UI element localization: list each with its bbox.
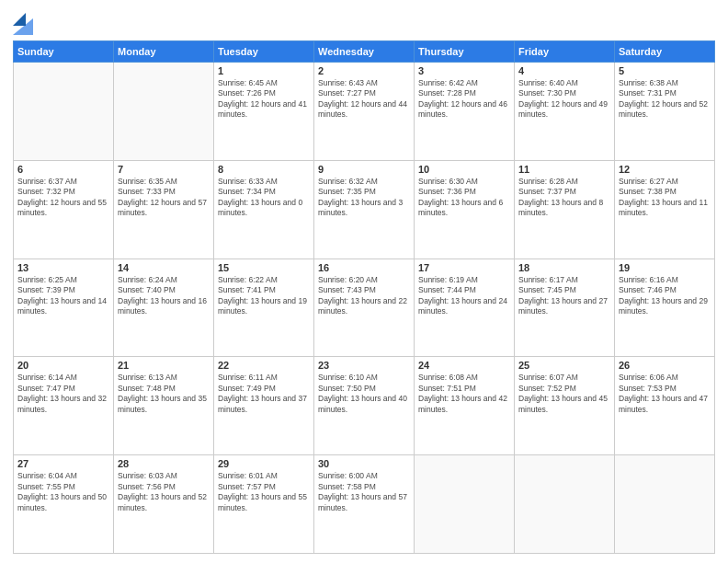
day-info: Sunrise: 6:33 AMSunset: 7:34 PMDaylight:… — [218, 177, 310, 219]
day-info: Sunrise: 6:08 AMSunset: 7:51 PMDaylight:… — [418, 373, 510, 415]
calendar-cell: 8Sunrise: 6:33 AMSunset: 7:34 PMDaylight… — [214, 160, 314, 259]
day-number: 14 — [118, 262, 210, 273]
calendar-cell: 6Sunrise: 6:37 AMSunset: 7:32 PMDaylight… — [14, 160, 114, 259]
calendar-cell: 17Sunrise: 6:19 AMSunset: 7:44 PMDayligh… — [415, 259, 515, 357]
day-info: Sunrise: 6:35 AMSunset: 7:33 PMDaylight:… — [118, 177, 210, 219]
day-number: 26 — [619, 360, 711, 371]
calendar-cell: 15Sunrise: 6:22 AMSunset: 7:41 PMDayligh… — [214, 259, 314, 357]
day-number: 11 — [518, 164, 610, 175]
day-number: 8 — [218, 164, 310, 175]
day-number: 22 — [218, 360, 310, 371]
day-number: 9 — [318, 164, 410, 175]
day-info: Sunrise: 6:40 AMSunset: 7:30 PMDaylight:… — [518, 78, 610, 121]
day-info: Sunrise: 6:38 AMSunset: 7:31 PMDaylight:… — [619, 78, 711, 121]
calendar-cell: 26Sunrise: 6:06 AMSunset: 7:53 PMDayligh… — [615, 357, 715, 455]
calendar-cell: 13Sunrise: 6:25 AMSunset: 7:39 PMDayligh… — [14, 259, 114, 357]
day-info: Sunrise: 6:16 AMSunset: 7:46 PMDaylight:… — [619, 275, 711, 317]
calendar-cell: 21Sunrise: 6:13 AMSunset: 7:48 PMDayligh… — [114, 357, 214, 455]
calendar-cell: 20Sunrise: 6:14 AMSunset: 7:47 PMDayligh… — [14, 357, 114, 455]
day-info: Sunrise: 6:45 AMSunset: 7:26 PMDaylight:… — [218, 78, 310, 121]
calendar-cell: 27Sunrise: 6:04 AMSunset: 7:55 PMDayligh… — [14, 455, 114, 554]
day-number: 13 — [17, 262, 109, 273]
day-info: Sunrise: 6:17 AMSunset: 7:45 PMDaylight:… — [518, 275, 610, 317]
svg-marker-1 — [13, 13, 26, 26]
calendar-week-3: 20Sunrise: 6:14 AMSunset: 7:47 PMDayligh… — [14, 357, 715, 455]
day-info: Sunrise: 6:42 AMSunset: 7:28 PMDaylight:… — [418, 78, 510, 121]
day-number: 16 — [318, 262, 410, 273]
calendar-cell: 19Sunrise: 6:16 AMSunset: 7:46 PMDayligh… — [615, 259, 715, 357]
calendar-cell: 4Sunrise: 6:40 AMSunset: 7:30 PMDaylight… — [515, 63, 615, 161]
calendar-cell: 11Sunrise: 6:28 AMSunset: 7:37 PMDayligh… — [515, 160, 615, 259]
calendar-cell — [615, 455, 715, 554]
day-number: 4 — [518, 65, 610, 76]
weekday-header-tuesday: Tuesday — [214, 41, 314, 63]
day-info: Sunrise: 6:25 AMSunset: 7:39 PMDaylight:… — [17, 275, 109, 317]
day-number: 28 — [118, 458, 210, 469]
calendar-cell: 25Sunrise: 6:07 AMSunset: 7:52 PMDayligh… — [515, 357, 615, 455]
day-info: Sunrise: 6:01 AMSunset: 7:57 PMDaylight:… — [218, 471, 310, 513]
day-number: 6 — [17, 164, 109, 175]
day-info: Sunrise: 6:14 AMSunset: 7:47 PMDaylight:… — [17, 373, 109, 415]
calendar-cell: 1Sunrise: 6:45 AMSunset: 7:26 PMDaylight… — [214, 63, 314, 161]
calendar-week-0: 1Sunrise: 6:45 AMSunset: 7:26 PMDaylight… — [14, 63, 715, 161]
day-number: 3 — [418, 65, 510, 76]
calendar-cell: 16Sunrise: 6:20 AMSunset: 7:43 PMDayligh… — [314, 259, 415, 357]
calendar-cell: 24Sunrise: 6:08 AMSunset: 7:51 PMDayligh… — [415, 357, 515, 455]
day-number: 21 — [118, 360, 210, 371]
header — [13, 9, 715, 35]
day-number: 12 — [619, 164, 711, 175]
day-info: Sunrise: 6:06 AMSunset: 7:53 PMDaylight:… — [619, 373, 711, 415]
calendar-cell: 22Sunrise: 6:11 AMSunset: 7:49 PMDayligh… — [214, 357, 314, 455]
day-info: Sunrise: 6:37 AMSunset: 7:32 PMDaylight:… — [17, 177, 109, 219]
day-number: 2 — [318, 65, 410, 76]
day-number: 24 — [418, 360, 510, 371]
calendar-cell: 23Sunrise: 6:10 AMSunset: 7:50 PMDayligh… — [314, 357, 415, 455]
calendar-cell: 18Sunrise: 6:17 AMSunset: 7:45 PMDayligh… — [515, 259, 615, 357]
day-number: 1 — [218, 65, 310, 76]
day-number: 25 — [518, 360, 610, 371]
calendar-cell: 7Sunrise: 6:35 AMSunset: 7:33 PMDaylight… — [114, 160, 214, 259]
day-info: Sunrise: 6:24 AMSunset: 7:40 PMDaylight:… — [118, 275, 210, 317]
calendar-cell — [415, 455, 515, 554]
calendar-cell — [114, 63, 214, 161]
weekday-header-sunday: Sunday — [14, 41, 114, 63]
calendar-cell: 2Sunrise: 6:43 AMSunset: 7:27 PMDaylight… — [314, 63, 415, 161]
day-info: Sunrise: 6:03 AMSunset: 7:56 PMDaylight:… — [118, 471, 210, 513]
day-info: Sunrise: 6:00 AMSunset: 7:58 PMDaylight:… — [318, 471, 410, 513]
calendar-cell: 9Sunrise: 6:32 AMSunset: 7:35 PMDaylight… — [314, 160, 415, 259]
day-info: Sunrise: 6:28 AMSunset: 7:37 PMDaylight:… — [518, 177, 610, 219]
day-number: 7 — [118, 164, 210, 175]
day-number: 17 — [418, 262, 510, 273]
weekday-header-friday: Friday — [515, 41, 615, 63]
calendar-cell: 30Sunrise: 6:00 AMSunset: 7:58 PMDayligh… — [314, 455, 415, 554]
day-info: Sunrise: 6:32 AMSunset: 7:35 PMDaylight:… — [318, 177, 410, 219]
logo-icon — [13, 9, 33, 35]
day-info: Sunrise: 6:10 AMSunset: 7:50 PMDaylight:… — [318, 373, 410, 415]
day-number: 30 — [318, 458, 410, 469]
calendar-week-4: 27Sunrise: 6:04 AMSunset: 7:55 PMDayligh… — [14, 455, 715, 554]
day-number: 19 — [619, 262, 711, 273]
calendar-cell — [515, 455, 615, 554]
day-number: 5 — [619, 65, 711, 76]
day-number: 20 — [17, 360, 109, 371]
weekday-header-saturday: Saturday — [615, 41, 715, 63]
day-info: Sunrise: 6:07 AMSunset: 7:52 PMDaylight:… — [518, 373, 610, 415]
calendar-cell: 28Sunrise: 6:03 AMSunset: 7:56 PMDayligh… — [114, 455, 214, 554]
day-info: Sunrise: 6:27 AMSunset: 7:38 PMDaylight:… — [619, 177, 711, 219]
calendar-cell: 10Sunrise: 6:30 AMSunset: 7:36 PMDayligh… — [415, 160, 515, 259]
day-number: 29 — [218, 458, 310, 469]
weekday-header-thursday: Thursday — [415, 41, 515, 63]
day-info: Sunrise: 6:04 AMSunset: 7:55 PMDaylight:… — [17, 471, 109, 513]
page: SundayMondayTuesdayWednesdayThursdayFrid… — [0, 0, 728, 563]
calendar-week-2: 13Sunrise: 6:25 AMSunset: 7:39 PMDayligh… — [14, 259, 715, 357]
calendar-cell: 12Sunrise: 6:27 AMSunset: 7:38 PMDayligh… — [615, 160, 715, 259]
calendar-cell: 29Sunrise: 6:01 AMSunset: 7:57 PMDayligh… — [214, 455, 314, 554]
calendar-cell: 14Sunrise: 6:24 AMSunset: 7:40 PMDayligh… — [114, 259, 214, 357]
day-info: Sunrise: 6:22 AMSunset: 7:41 PMDaylight:… — [218, 275, 310, 317]
day-number: 23 — [318, 360, 410, 371]
day-number: 10 — [418, 164, 510, 175]
calendar-cell: 3Sunrise: 6:42 AMSunset: 7:28 PMDaylight… — [415, 63, 515, 161]
calendar-table: SundayMondayTuesdayWednesdayThursdayFrid… — [13, 40, 715, 554]
day-info: Sunrise: 6:11 AMSunset: 7:49 PMDaylight:… — [218, 373, 310, 415]
day-number: 15 — [218, 262, 310, 273]
